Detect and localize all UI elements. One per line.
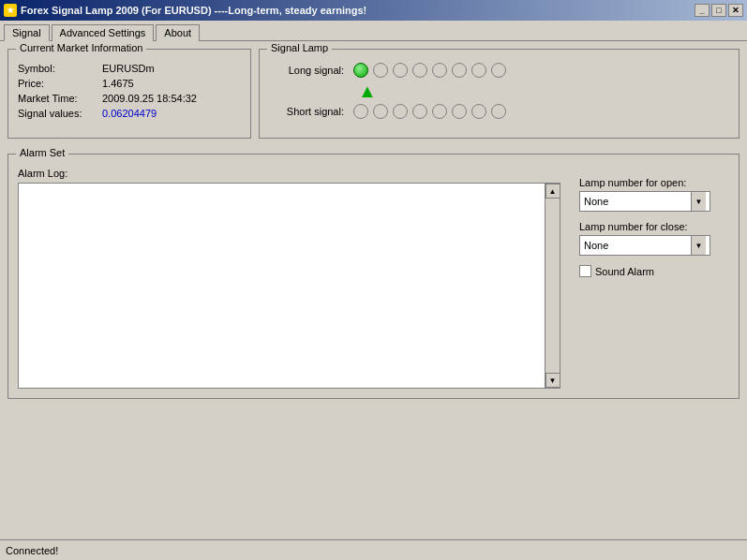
short-lamp-5 — [432, 104, 447, 119]
scroll-down-button[interactable]: ▼ — [545, 373, 560, 388]
title-controls: _ □ ✕ — [695, 4, 743, 17]
close-button[interactable]: ✕ — [728, 4, 743, 17]
short-lamp-3 — [393, 104, 408, 119]
short-lamp-8 — [491, 104, 506, 119]
arrow-container: ▲ — [269, 81, 729, 100]
long-lamp-8 — [491, 63, 506, 78]
title-bar: ★ Forex Signal Lamp 2009 (For EURUSD) --… — [0, 0, 747, 21]
sound-alarm-row: Sound Alarm — [579, 265, 729, 277]
market-info-content: Symbol: EURUSDm Price: 1.4675 Market Tim… — [8, 50, 250, 132]
market-time-label: Market Time: — [18, 93, 102, 104]
signal-lamp-box: Signal Lamp Long signal: — [259, 49, 740, 139]
app-icon: ★ — [4, 4, 17, 17]
top-row: Current Market Information Symbol: EURUS… — [7, 49, 740, 146]
short-signal-row: Short signal: — [269, 104, 729, 119]
info-symbol: Symbol: EURUSDm — [18, 63, 241, 74]
long-signal-label: Long signal: — [269, 65, 344, 76]
market-info-box: Current Market Information Symbol: EURUS… — [7, 49, 251, 139]
short-lamp-1 — [353, 104, 368, 119]
scrollbar-vertical[interactable]: ▲ ▼ — [545, 184, 560, 388]
alarm-controls: Lamp number for open: None ▼ Lamp number… — [579, 168, 729, 389]
sound-alarm-label: Sound Alarm — [595, 266, 654, 277]
long-signal-row: Long signal: — [269, 63, 729, 78]
lamp-open-arrow-icon: ▼ — [691, 192, 706, 211]
alarm-set-title: Alarm Set — [16, 147, 68, 158]
short-lamp-7 — [471, 104, 486, 119]
sound-alarm-checkbox[interactable] — [579, 265, 591, 277]
alarm-log-label: Alarm Log: — [18, 168, 560, 179]
tab-advanced-settings[interactable]: Advanced Settings — [52, 24, 155, 41]
long-lamp-7 — [471, 63, 486, 78]
market-time-value: 2009.09.25 18:54:32 — [102, 93, 197, 104]
lamp-open-label: Lamp number for open: — [579, 177, 729, 188]
short-signal-label: Short signal: — [269, 106, 344, 117]
scroll-up-button[interactable]: ▲ — [545, 184, 560, 199]
long-signal-lamps — [353, 63, 506, 78]
long-lamp-1 — [353, 63, 368, 78]
info-price: Price: 1.4675 — [18, 78, 241, 89]
short-lamp-4 — [412, 104, 427, 119]
info-signal-values: Signal values: 0.06204479 — [18, 108, 241, 119]
lamp-close-arrow-icon: ▼ — [691, 236, 706, 255]
signal-lamp-title: Signal Lamp — [267, 42, 332, 53]
short-lamp-6 — [452, 104, 467, 119]
alarm-set-content: Alarm Log: ▲ ▼ Lamp number for open: Non… — [8, 155, 739, 398]
status-bar: Connected! — [0, 539, 747, 560]
info-market-time: Market Time: 2009.09.25 18:54:32 — [18, 93, 241, 104]
long-lamp-5 — [432, 63, 447, 78]
tab-signal[interactable]: Signal — [4, 24, 50, 41]
up-arrow-icon: ▲ — [358, 81, 377, 101]
minimize-button[interactable]: _ — [695, 4, 710, 17]
window-title: Forex Signal Lamp 2009 (For EURUSD) ----… — [21, 5, 366, 16]
lamp-open-select[interactable]: None ▼ — [579, 191, 710, 212]
maximize-button[interactable]: □ — [711, 4, 726, 17]
lamp-close-select[interactable]: None ▼ — [579, 235, 710, 256]
long-lamp-3 — [393, 63, 408, 78]
alarm-log-section: Alarm Log: ▲ ▼ — [18, 168, 560, 389]
short-lamp-2 — [373, 104, 388, 119]
long-lamp-6 — [452, 63, 467, 78]
symbol-label: Symbol: — [18, 63, 102, 74]
tab-bar: Signal Advanced Settings About — [0, 21, 747, 41]
short-signal-lamps — [353, 104, 506, 119]
signal-values-label: Signal values: — [18, 108, 102, 119]
status-text: Connected! — [6, 545, 58, 556]
alarm-set-box: Alarm Set Alarm Log: ▲ ▼ Lamp nu — [7, 154, 740, 399]
symbol-value: EURUSDm — [102, 63, 155, 74]
title-bar-left: ★ Forex Signal Lamp 2009 (For EURUSD) --… — [4, 4, 366, 17]
long-lamp-2 — [373, 63, 388, 78]
long-lamp-4 — [412, 63, 427, 78]
alarm-content: Alarm Log: ▲ ▼ Lamp number for open: Non… — [18, 168, 729, 389]
signal-lamp-content: Long signal: ▲ — [260, 50, 739, 138]
lamp-close-label: Lamp number for close: — [579, 221, 729, 232]
tab-about[interactable]: About — [156, 24, 200, 41]
scroll-track — [545, 199, 560, 373]
price-value: 1.4675 — [102, 78, 134, 89]
lamp-close-value: None — [584, 240, 691, 251]
main-content: Current Market Information Symbol: EURUS… — [0, 41, 747, 537]
market-info-title: Current Market Information — [16, 42, 146, 53]
lamp-open-value: None — [584, 196, 691, 207]
signal-values-value: 0.06204479 — [102, 108, 157, 119]
alarm-log-area: ▲ ▼ — [18, 183, 560, 389]
price-label: Price: — [18, 78, 102, 89]
